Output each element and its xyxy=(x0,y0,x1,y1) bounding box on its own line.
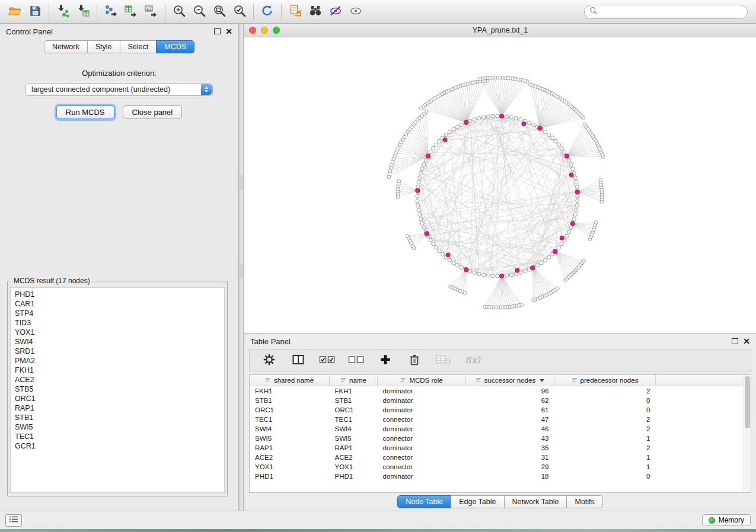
table-cell[interactable]: 61 xyxy=(466,405,554,415)
table-cell[interactable]: TEC1 xyxy=(250,415,330,424)
select-all-rows-button[interactable] xyxy=(317,351,337,370)
tab-network[interactable]: Network xyxy=(44,40,88,53)
table-cell[interactable]: SWI5 xyxy=(330,434,378,443)
table-row[interactable]: STB1STB1dominator620 xyxy=(250,396,743,405)
table-row[interactable]: RAP1RAP1dominator352 xyxy=(250,443,743,453)
table-tab-node-table[interactable]: Node Table xyxy=(397,495,451,508)
table-cell[interactable]: dominator xyxy=(378,386,466,396)
show-columns-button[interactable] xyxy=(288,351,308,370)
table-cell[interactable]: SWI5 xyxy=(250,434,330,443)
table-cell[interactable]: dominator xyxy=(378,424,466,434)
network-graph[interactable] xyxy=(244,37,756,334)
table-cell[interactable]: dominator xyxy=(378,472,466,481)
table-cell[interactable]: YOX1 xyxy=(250,462,330,472)
table-cell[interactable]: FKH1 xyxy=(250,386,330,396)
table-cell[interactable]: 2 xyxy=(554,424,656,434)
table-tab-edge-table[interactable]: Edge Table xyxy=(451,495,504,508)
hide-graphics-details-button[interactable] xyxy=(326,2,346,21)
delete-table-button[interactable] xyxy=(433,351,454,370)
export-image-button[interactable] xyxy=(141,2,161,21)
mcds-result-item[interactable]: SWI4 xyxy=(15,337,224,347)
table-cell[interactable]: connector xyxy=(378,434,466,443)
table-cell[interactable]: 1 xyxy=(554,434,656,443)
export-network-button[interactable] xyxy=(101,2,121,21)
close-panel-button[interactable]: Close panel xyxy=(123,105,183,119)
table-cell[interactable]: connector xyxy=(378,453,466,462)
mcds-result-item[interactable]: STP4 xyxy=(15,309,224,318)
mcds-result-item[interactable]: TID3 xyxy=(15,318,224,328)
mcds-result-item[interactable]: TEC1 xyxy=(15,432,224,441)
table-cell[interactable]: 35 xyxy=(466,443,554,453)
table-cell[interactable]: YOX1 xyxy=(330,462,378,472)
table-cell[interactable]: ORC1 xyxy=(250,405,330,415)
table-cell[interactable]: STB1 xyxy=(250,396,330,405)
vertical-splitter[interactable] xyxy=(239,24,244,511)
table-cell[interactable]: RAP1 xyxy=(250,443,330,453)
table-cell[interactable]: 29 xyxy=(466,462,554,472)
column-header-name[interactable]: name xyxy=(330,375,378,386)
table-tab-network-table[interactable]: Network Table xyxy=(504,495,567,508)
table-cell[interactable]: dominator xyxy=(378,405,466,415)
mcds-result-item[interactable]: PMA2 xyxy=(15,356,224,366)
function-builder-button[interactable]: f(x) xyxy=(462,351,483,370)
mcds-result-list[interactable]: PHD1CAR1STP4TID3YOX1SWI4SRD1PMA2FKH1ACE2… xyxy=(10,287,225,493)
table-cell[interactable]: 2 xyxy=(554,386,656,396)
table-scrollbar[interactable] xyxy=(744,375,751,492)
table-cell[interactable]: TEC1 xyxy=(330,415,378,424)
table-row[interactable]: ORC1ORC1dominator610 xyxy=(250,405,743,415)
table-cell[interactable]: 2 xyxy=(554,443,656,453)
refresh-layout-button[interactable] xyxy=(257,2,277,21)
zoom-out-button[interactable] xyxy=(189,2,209,21)
mcds-result-item[interactable]: STB1 xyxy=(15,413,224,422)
delete-column-button[interactable] xyxy=(404,351,425,370)
mcds-result-item[interactable]: FKH1 xyxy=(15,366,224,375)
splitter-handle[interactable] xyxy=(240,264,243,279)
mcds-result-item[interactable]: SRD1 xyxy=(15,347,224,356)
table-cell[interactable]: 2 xyxy=(554,415,656,424)
open-file-button[interactable] xyxy=(5,2,25,21)
table-row[interactable]: YOX1YOX1connector291 xyxy=(250,462,743,472)
table-cell[interactable]: 0 xyxy=(554,396,656,405)
mcds-result-item[interactable]: GCR1 xyxy=(15,441,224,451)
table-cell[interactable]: 43 xyxy=(466,434,554,443)
mcds-result-item[interactable]: PHD1 xyxy=(15,290,224,299)
close-panel-icon[interactable]: ✕ xyxy=(225,27,232,36)
deselect-all-rows-button[interactable] xyxy=(346,351,366,370)
table-cell[interactable]: connector xyxy=(378,462,466,472)
table-cell[interactable]: 31 xyxy=(466,453,554,462)
tab-style[interactable]: Style xyxy=(87,40,120,53)
add-column-button[interactable] xyxy=(375,351,395,370)
sort-chevron-icon[interactable] xyxy=(540,379,544,382)
table-cell[interactable]: dominator xyxy=(378,396,466,405)
column-header-shared-name[interactable]: shared name xyxy=(250,375,330,386)
table-tab-motifs[interactable]: Motifs xyxy=(566,495,602,508)
scrollbar-thumb[interactable] xyxy=(745,376,750,428)
export-table-button[interactable] xyxy=(121,2,141,21)
save-session-button[interactable] xyxy=(25,2,45,21)
search-input[interactable] xyxy=(601,7,742,17)
table-row[interactable]: PHD1PHD1dominator180 xyxy=(250,472,743,481)
zoom-fit-button[interactable] xyxy=(209,2,229,21)
copy-document-button[interactable] xyxy=(285,2,305,21)
mcds-result-item[interactable]: ORC1 xyxy=(15,394,224,403)
network-canvas[interactable] xyxy=(244,37,756,334)
table-cell[interactable]: ORC1 xyxy=(330,405,378,415)
tab-mcds[interactable]: MCDS xyxy=(156,40,194,53)
show-graphics-details-button[interactable] xyxy=(346,2,366,21)
table-cell[interactable]: STB1 xyxy=(330,396,378,405)
memory-button[interactable]: Memory xyxy=(702,514,751,526)
criterion-select[interactable]: largest connected component (undirected) xyxy=(25,83,213,96)
column-header-successor-nodes[interactable]: successor nodes xyxy=(466,375,554,386)
table-cell[interactable]: 0 xyxy=(554,472,656,481)
zoom-in-button[interactable] xyxy=(169,2,189,21)
tab-select[interactable]: Select xyxy=(120,40,157,53)
mcds-result-item[interactable]: SWI5 xyxy=(15,422,224,432)
table-row[interactable]: SWI4SWI4dominator462 xyxy=(250,424,743,434)
float-panel-icon[interactable] xyxy=(214,28,221,34)
table-cell[interactable]: ACE2 xyxy=(330,453,378,462)
mcds-result-item[interactable]: YOX1 xyxy=(15,328,224,337)
table-settings-button[interactable] xyxy=(259,351,279,370)
table-cell[interactable]: 96 xyxy=(466,386,554,396)
import-network-button[interactable] xyxy=(53,2,73,21)
splitter-handle[interactable] xyxy=(240,175,243,190)
